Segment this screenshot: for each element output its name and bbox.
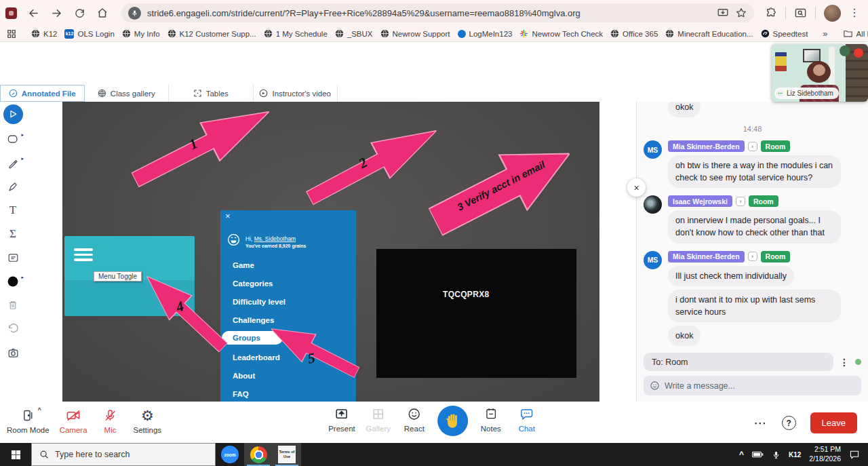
taskbar-search-input[interactable] <box>55 450 208 459</box>
taskbar-app-terms[interactable]: Terms of Use <box>273 443 301 466</box>
url-text[interactable]: stride6.engageli.com/stride/current/?R=P… <box>147 8 711 18</box>
gallery-button[interactable]: Gallery <box>366 405 391 433</box>
emoji-icon[interactable] <box>650 381 660 391</box>
status-dot <box>855 359 861 365</box>
undo-tool[interactable] <box>4 320 22 338</box>
tab-annotated-file[interactable]: Annotated File <box>0 85 85 102</box>
home-button[interactable] <box>92 3 113 23</box>
pinned-extension-icon[interactable] <box>5 7 17 19</box>
bookmark-k12[interactable]: K12 <box>31 29 57 38</box>
tray-mic-icon[interactable] <box>772 450 781 459</box>
system-tray: ^ K12 2:51 PM 2/18/2026 <box>739 445 868 463</box>
taskbar-app-chrome[interactable] <box>244 443 273 466</box>
sticky-note-tool[interactable] <box>4 249 22 267</box>
taskbar-app-zoom[interactable]: zoom <box>216 443 244 466</box>
search-panel-icon[interactable] <box>794 7 807 20</box>
extensions-icon[interactable] <box>765 7 777 19</box>
tray-k12-label[interactable]: K12 <box>789 451 801 459</box>
camera-button[interactable]: Camera <box>60 406 87 434</box>
bookmark-sbux[interactable]: _SBUX <box>335 29 373 38</box>
bookmark-k12-customer-support[interactable]: K12 Customer Supp... <box>167 29 256 38</box>
leave-button[interactable]: Leave <box>810 412 857 433</box>
sender-badge[interactable]: Mia Skinner-Berden <box>668 251 745 263</box>
highlighter-icon <box>7 180 20 193</box>
bookmark-speedtest[interactable]: Speedtest <box>761 29 808 38</box>
message-input[interactable] <box>665 381 855 391</box>
tab-instructors-video[interactable]: Instructor's video <box>254 85 338 102</box>
raise-hand-button[interactable] <box>437 406 468 436</box>
bookmark-star-icon[interactable] <box>735 7 747 19</box>
notes-button[interactable]: Notes <box>478 405 504 433</box>
sender-badge[interactable]: Mia Skinner-Berden <box>668 140 745 152</box>
room-badge[interactable]: Room <box>749 195 778 207</box>
zoom-app-icon: zoom <box>221 446 239 463</box>
message-input-row[interactable] <box>644 376 861 395</box>
equation-tool[interactable]: Σ <box>4 225 22 243</box>
tab-class-gallery[interactable]: Class gallery <box>85 85 170 102</box>
divider <box>785 7 786 19</box>
back-button[interactable] <box>22 3 44 23</box>
tray-expand-icon[interactable]: ^ <box>739 450 744 459</box>
delete-tool[interactable] <box>4 296 22 314</box>
action-center-icon[interactable] <box>849 449 860 460</box>
start-button[interactable] <box>0 443 31 466</box>
shape-tool[interactable]: ▸ <box>4 130 22 148</box>
settings-button[interactable]: ⚙ Settings <box>134 406 162 434</box>
self-video-tile[interactable]: Liz Sidebotham <box>772 44 868 102</box>
reload-button[interactable] <box>68 3 90 23</box>
video-name-label: Liz Sidebotham <box>774 88 839 99</box>
recording-indicator <box>854 48 863 58</box>
taskbar-clock[interactable]: 2:51 PM 2/18/2026 <box>809 445 841 463</box>
mic-button[interactable]: Mic <box>98 406 123 434</box>
chat-messages[interactable]: i dont play games but i want to help MS … <box>644 102 861 349</box>
all-bookmarks-button[interactable]: All Bookmarks <box>843 28 868 39</box>
forward-button[interactable] <box>45 3 67 23</box>
globe-icon <box>31 29 40 38</box>
apps-grid-icon[interactable] <box>7 29 16 39</box>
profile-avatar[interactable] <box>824 5 841 22</box>
divider <box>815 7 816 19</box>
trash-icon <box>7 299 19 311</box>
pen-tool[interactable]: ▸ <box>4 154 22 172</box>
bookmark-my-schedule[interactable]: 1 My Schedule <box>264 29 328 38</box>
room-badge[interactable]: Room <box>761 140 791 152</box>
browser-menu-icon[interactable]: ⋮ <box>849 7 860 18</box>
url-bar[interactable]: stride6.engageli.com/stride/current/?R=P… <box>121 3 754 22</box>
room-badge[interactable]: Room <box>761 251 791 263</box>
chat-button[interactable]: Chat <box>514 405 540 433</box>
battery-icon[interactable] <box>752 450 764 459</box>
wall-poster <box>775 52 787 71</box>
smiley-icon <box>407 407 421 421</box>
bookmark-office-365[interactable]: Office 365 <box>610 29 658 38</box>
shape-icon <box>6 132 20 146</box>
present-button[interactable]: Present <box>328 405 355 433</box>
snapshot-tool[interactable] <box>4 344 22 362</box>
taskbar-search[interactable] <box>31 443 216 466</box>
recipient-selector[interactable]: To: Room <box>644 353 833 371</box>
install-app-icon[interactable] <box>717 7 729 19</box>
bookmark-newrow-tech-check[interactable]: Newrow Tech Check <box>519 29 603 38</box>
site-info-icon[interactable] <box>128 7 141 20</box>
react-button[interactable]: React <box>401 405 427 433</box>
highlighter-tool[interactable] <box>4 178 22 195</box>
sender-badge[interactable]: Isaac Wejrowski <box>668 195 732 207</box>
color-picker-tool[interactable]: ▸ <box>4 273 22 290</box>
annotated-slide[interactable]: Menu Toggle × Hi, Ms. Sidebotham You've … <box>62 102 599 402</box>
bookmark-my-info[interactable]: My Info <box>122 29 160 38</box>
close-chat-button[interactable]: × <box>627 178 646 197</box>
bookmarks-overflow-chevron[interactable]: » <box>823 28 827 39</box>
help-button[interactable]: ? <box>782 416 796 430</box>
room-mode-button[interactable]: ^ Room Mode <box>7 406 50 434</box>
pointer-tool[interactable] <box>3 104 23 124</box>
more-options-icon[interactable]: ⋯ <box>754 416 768 429</box>
tab-tables[interactable]: Tables <box>169 85 254 102</box>
bookmark-logmein[interactable]: LogMeIn123 <box>458 30 513 38</box>
bookmark-newrow-support[interactable]: Newrow Support <box>380 29 450 38</box>
bookmark-ols-login[interactable]: k12OLS Login <box>64 29 114 39</box>
chat-options-icon[interactable]: ⋮ <box>840 357 849 368</box>
bookmark-minecraft-education[interactable]: Minecraft Education... <box>665 29 753 38</box>
globe-icon <box>122 29 131 38</box>
person-face <box>813 64 825 76</box>
text-tool[interactable]: T <box>4 201 22 219</box>
chat-bubble: oh btw is there a way in the modules i c… <box>668 155 841 188</box>
